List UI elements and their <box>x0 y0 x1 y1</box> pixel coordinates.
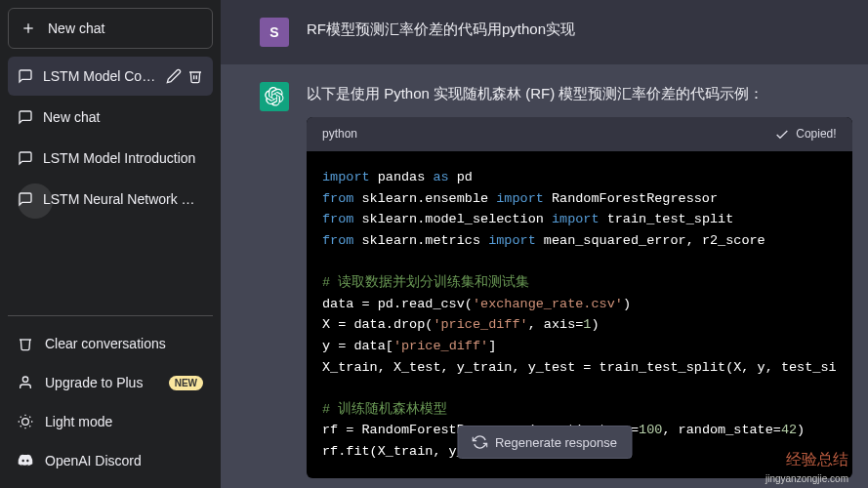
sidebar: New chat LSTM Model Code Sa New chat LST… <box>0 0 221 488</box>
code-header: python Copied! <box>307 117 852 151</box>
watermark-url: jingyanzongjie.com <box>765 473 848 484</box>
code-language: python <box>322 125 357 143</box>
chat-icon <box>18 68 33 84</box>
new-badge: NEW <box>169 376 203 390</box>
light-mode-button[interactable]: Light mode <box>8 402 213 441</box>
sidebar-item-label: LSTM Model Introduction <box>43 150 203 166</box>
check-icon <box>774 127 790 142</box>
clear-label: Clear conversations <box>45 336 166 351</box>
sidebar-item-lstm-intro[interactable]: LSTM Model Introduction <box>8 139 213 178</box>
assistant-message-content: 以下是使用 Python 实现随机森林 (RF) 模型预测汇率价差的代码示例： … <box>307 82 852 478</box>
sidebar-item-label: New chat <box>43 109 203 125</box>
sun-icon <box>18 414 33 429</box>
sidebar-footer: Clear conversations Upgrade to Plus NEW … <box>8 324 213 480</box>
new-chat-button[interactable]: New chat <box>8 8 213 49</box>
user-message-text: RF模型预测汇率价差的代码用python实现 <box>307 18 829 47</box>
chat-icon <box>18 109 33 125</box>
divider <box>8 315 213 316</box>
chat-icon <box>18 150 33 166</box>
regenerate-button[interactable]: Regenerate response <box>457 426 632 459</box>
sidebar-item-lstm-overview[interactable]: LSTM Neural Network Overvi <box>8 180 213 219</box>
assistant-message-row: 以下是使用 Python 实现随机森林 (RF) 模型预测汇率价差的代码示例： … <box>221 64 868 488</box>
light-mode-label: Light mode <box>45 414 112 429</box>
svg-point-2 <box>22 377 27 382</box>
sidebar-item-label: LSTM Neural Network Overvi <box>43 191 203 207</box>
user-icon <box>18 375 33 390</box>
clear-conversations-button[interactable]: Clear conversations <box>8 324 213 363</box>
copy-button[interactable]: Copied! <box>774 125 836 143</box>
user-avatar: S <box>260 18 289 47</box>
discord-button[interactable]: OpenAI Discord <box>8 441 213 480</box>
new-chat-label: New chat <box>48 20 104 36</box>
svg-line-6 <box>21 417 21 418</box>
regenerate-label: Regenerate response <box>495 435 617 450</box>
sidebar-item-lstm-code[interactable]: LSTM Model Code Sa <box>8 57 213 96</box>
upgrade-label: Upgrade to Plus <box>45 375 143 390</box>
watermark-text: 经验总结 <box>786 450 848 470</box>
code-block: python Copied! import pandas as pd from … <box>307 117 852 478</box>
openai-logo-icon <box>265 87 284 106</box>
copied-label: Copied! <box>796 125 836 143</box>
conversation-list: LSTM Model Code Sa New chat LSTM Model I… <box>8 57 213 307</box>
discord-label: OpenAI Discord <box>45 453 142 468</box>
svg-line-7 <box>29 426 30 427</box>
edit-icon[interactable] <box>166 68 182 84</box>
plus-icon <box>21 20 36 36</box>
trash-icon <box>18 336 33 351</box>
svg-line-11 <box>29 417 30 418</box>
user-message-row: S RF模型预测汇率价差的代码用python实现 <box>221 0 868 64</box>
discord-icon <box>18 453 33 468</box>
svg-point-3 <box>22 419 29 426</box>
chat-icon <box>18 191 33 207</box>
upgrade-button[interactable]: Upgrade to Plus NEW <box>8 363 213 402</box>
main-content: S RF模型预测汇率价差的代码用python实现 以下是使用 Python 实现… <box>221 0 868 488</box>
trash-icon[interactable] <box>187 68 203 84</box>
refresh-icon <box>472 434 487 450</box>
assistant-intro-text: 以下是使用 Python 实现随机森林 (RF) 模型预测汇率价差的代码示例： <box>307 82 852 105</box>
sidebar-item-new-chat[interactable]: New chat <box>8 98 213 137</box>
svg-line-10 <box>21 426 21 427</box>
assistant-avatar <box>260 82 289 111</box>
sidebar-item-label: LSTM Model Code Sa <box>43 68 156 84</box>
